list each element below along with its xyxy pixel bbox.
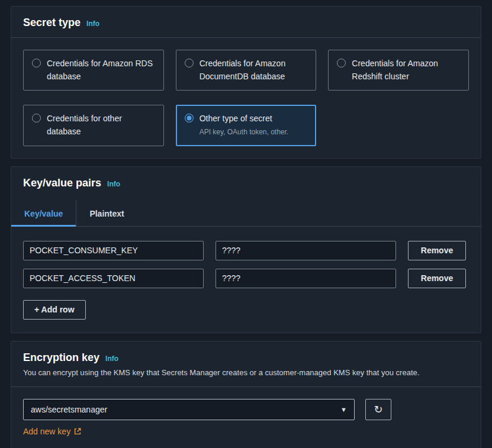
encryption-key-info-link[interactable]: Info — [105, 354, 118, 363]
secret-type-option-redshift[interactable]: Credentials for Amazon Redshift cluster — [328, 50, 469, 91]
encryption-key-header: Encryption key Info You can encrypt usin… — [11, 341, 481, 387]
encryption-key-description: You can encrypt using the KMS key that S… — [23, 368, 469, 378]
key-value-pairs-info-link[interactable]: Info — [107, 180, 120, 188]
key-value-pairs-header: Key/value pairs Info — [11, 167, 481, 198]
radio-icon — [185, 59, 194, 67]
secret-type-option-other-database[interactable]: Credentials for other database — [23, 105, 164, 146]
secret-value-input[interactable] — [216, 269, 396, 288]
refresh-button[interactable]: ↻ — [365, 399, 391, 420]
option-sublabel: API key, OAuth token, other. — [200, 127, 289, 138]
tab-plaintext[interactable]: Plaintext — [76, 200, 137, 226]
secret-value-input[interactable] — [216, 241, 396, 260]
encryption-key-body: aws/secretsmanager ▼ ↻ Add new key — [11, 387, 481, 448]
secret-type-card: Secret type Info Credentials for Amazon … — [11, 6, 481, 159]
secret-type-title: Secret type — [23, 17, 81, 29]
encryption-key-title: Encryption key — [23, 352, 99, 364]
add-new-key-label: Add new key — [23, 427, 70, 436]
secret-editor-tabs: Key/value Plaintext — [11, 200, 481, 227]
key-value-row: Remove — [23, 241, 469, 260]
key-value-row: Remove — [23, 269, 469, 288]
option-label: Credentials for Amazon DocumentDB databa… — [200, 57, 308, 83]
secret-type-header: Secret type Info — [11, 7, 481, 38]
radio-icon — [337, 59, 346, 67]
secret-key-input[interactable] — [23, 269, 204, 288]
add-new-key-link[interactable]: Add new key — [23, 427, 82, 436]
external-link-icon — [73, 427, 82, 436]
key-value-pairs-title: Key/value pairs — [23, 177, 101, 189]
refresh-icon: ↻ — [374, 404, 382, 415]
option-label: Credentials for Amazon Redshift cluster — [352, 57, 460, 83]
secret-type-option-rds[interactable]: Credentials for Amazon RDS database — [23, 50, 164, 91]
radio-icon — [32, 114, 41, 123]
key-value-pairs-card: Key/value pairs Info Key/value Plaintext… — [11, 166, 481, 333]
secret-key-input[interactable] — [23, 241, 204, 260]
secret-type-option-other-secret[interactable]: Other type of secret API key, OAuth toke… — [176, 105, 317, 146]
secret-type-body: Credentials for Amazon RDS database Cred… — [11, 38, 481, 158]
encryption-key-selected-value: aws/secretsmanager — [31, 405, 107, 414]
store-new-secret-page: Secret type Info Credentials for Amazon … — [0, 0, 492, 448]
option-label: Credentials for other database — [47, 112, 155, 138]
chevron-down-icon: ▼ — [340, 406, 347, 413]
radio-icon — [32, 59, 41, 67]
add-row-button[interactable]: + Add row — [23, 300, 86, 320]
encryption-key-card: Encryption key Info You can encrypt usin… — [11, 341, 481, 448]
remove-row-button[interactable]: Remove — [408, 241, 466, 260]
remove-row-button[interactable]: Remove — [408, 269, 466, 288]
secret-type-options: Credentials for Amazon RDS database Cred… — [23, 50, 469, 146]
option-label: Credentials for Amazon RDS database — [47, 57, 155, 83]
secret-type-info-link[interactable]: Info — [86, 20, 99, 28]
radio-selected-icon — [185, 114, 194, 123]
key-value-rows: Remove Remove + Add row — [11, 227, 481, 333]
tab-key-value[interactable]: Key/value — [11, 200, 76, 226]
option-label-text: Other type of secret — [200, 114, 272, 123]
option-label: Other type of secret API key, OAuth toke… — [200, 112, 289, 137]
secret-type-option-documentdb[interactable]: Credentials for Amazon DocumentDB databa… — [176, 50, 317, 91]
encryption-key-select[interactable]: aws/secretsmanager ▼ — [23, 399, 355, 420]
